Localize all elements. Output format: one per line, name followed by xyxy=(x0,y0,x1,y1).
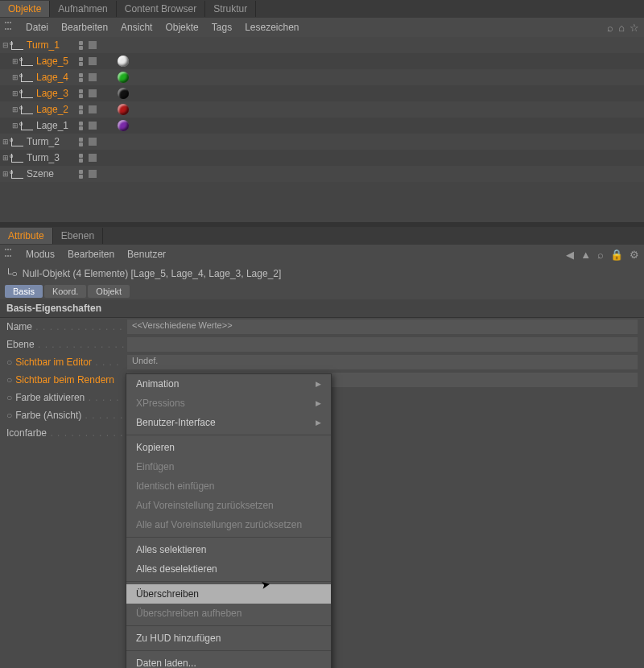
object-header: └○ Null-Objekt (4 Elemente) [Lage_5, Lag… xyxy=(0,264,644,283)
lock-icon[interactable]: 🔒 xyxy=(610,249,623,261)
grip-icon[interactable] xyxy=(5,22,11,33)
search-icon[interactable]: ⌕ xyxy=(597,249,604,261)
menu-bearbeiten[interactable]: Bearbeiten xyxy=(61,22,108,33)
visibility-toggle[interactable] xyxy=(79,73,87,82)
prop-row-ebene: Ebene . . . . . . . . . . . . . . . xyxy=(0,336,644,353)
home-icon[interactable]: ⌂ xyxy=(618,22,625,34)
menu-ansicht[interactable]: Ansicht xyxy=(121,22,152,33)
visibility-toggle[interactable] xyxy=(79,105,87,114)
cm-daten-laden[interactable]: Daten laden... xyxy=(126,654,331,668)
prop-label-farbe-ansicht: ○Farbe (Ansicht) . . . . . . xyxy=(6,410,127,421)
visibility-toggle[interactable] xyxy=(79,170,87,179)
menu-tags[interactable]: Tags xyxy=(212,22,232,33)
material-tag[interactable] xyxy=(118,88,129,99)
layer-tag[interactable] xyxy=(89,105,97,113)
tab-aufnahmen[interactable]: Aufnahmen xyxy=(50,1,116,17)
bookmark-icon[interactable]: ☆ xyxy=(630,22,639,34)
layer-tag[interactable] xyxy=(89,89,97,97)
tree-label[interactable]: Szene xyxy=(27,168,54,179)
tree-row-szene[interactable]: ⊞ Szene xyxy=(0,166,644,182)
tree-label[interactable]: Lage_3 xyxy=(36,88,68,99)
menu-modus[interactable]: Modus xyxy=(26,249,55,260)
subtab-koord[interactable]: Koord. xyxy=(44,285,86,298)
subtab-objekt[interactable]: Objekt xyxy=(88,285,130,298)
tree-label[interactable]: Lage_2 xyxy=(36,104,68,115)
menu-lesezeichen[interactable]: Lesezeichen xyxy=(245,22,299,33)
layer-tag[interactable] xyxy=(89,154,97,162)
tree-row-lage5[interactable]: ⊞ Lage_5 xyxy=(0,53,644,69)
cm-separator xyxy=(126,581,331,582)
prop-value-name[interactable]: <<Verschiedene Werte>> xyxy=(127,320,638,334)
tab-attribute[interactable]: Attribute xyxy=(0,228,53,244)
expander-icon[interactable]: ⊟ xyxy=(2,41,10,49)
cm-benutzer-interface[interactable]: Benutzer-Interface▶ xyxy=(126,413,331,432)
tree-row-lage4[interactable]: ⊞ Lage_4 xyxy=(0,69,644,85)
tree-label[interactable]: Turm_1 xyxy=(27,39,60,51)
menu-bearbeiten2[interactable]: Bearbeiten xyxy=(68,249,114,260)
menu-objekte[interactable]: Objekte xyxy=(165,22,198,33)
tab-objekte[interactable]: Objekte xyxy=(0,1,50,17)
tree-label[interactable]: Lage_5 xyxy=(36,56,68,67)
expander-icon[interactable]: ⊞ xyxy=(11,105,19,113)
cm-alles-deselektieren[interactable]: Alles deselektieren xyxy=(126,559,331,579)
cm-alle-voreinstellungen-zuruecksetzen[interactable]: Alle auf Voreinstellungen zurücksetzen xyxy=(126,515,331,534)
layer-tag[interactable] xyxy=(89,122,97,130)
tree-label[interactable]: Lage_4 xyxy=(36,72,68,83)
menu-benutzer[interactable]: Benutzer xyxy=(127,249,166,260)
tree-row-turm1[interactable]: ⊟ Turm_1 xyxy=(0,37,644,53)
subtab-basis[interactable]: Basis xyxy=(5,285,43,298)
cm-kopieren[interactable]: Kopieren xyxy=(126,438,331,457)
search-icon[interactable]: ⌕ xyxy=(607,22,613,34)
cm-alles-selektieren[interactable]: Alles selektieren xyxy=(126,540,331,559)
tab-content-browser[interactable]: Content Browser xyxy=(117,1,205,17)
expander-icon[interactable]: ⊞ xyxy=(2,170,10,178)
visibility-toggle[interactable] xyxy=(79,89,87,98)
layer-tag[interactable] xyxy=(89,138,97,146)
material-tag[interactable] xyxy=(118,120,129,131)
expander-icon[interactable]: ⊞ xyxy=(2,154,10,162)
layer-tag[interactable] xyxy=(89,57,97,65)
tab-struktur[interactable]: Struktur xyxy=(205,1,256,17)
material-tag[interactable] xyxy=(118,56,129,67)
back-icon[interactable]: ◀ xyxy=(566,249,574,261)
layer-tag[interactable] xyxy=(89,41,97,49)
object-tree[interactable]: ⊟ Turm_1 ⊞ Lage_5 ⊞ Lage_4 ⊞ Lage_3 ⊞ La… xyxy=(0,37,644,222)
layer-tag[interactable] xyxy=(89,73,97,81)
cm-ueberschreiben[interactable]: Überschreiben xyxy=(126,584,331,604)
cm-identisch-einfuegen[interactable]: Identisch einfügen xyxy=(126,476,331,496)
cm-zu-hud-hinzufuegen[interactable]: Zu HUD hinzufügen xyxy=(126,629,331,648)
visibility-toggle[interactable] xyxy=(79,122,87,130)
expander-icon[interactable]: ⊞ xyxy=(2,138,10,146)
tab-ebenen[interactable]: Ebenen xyxy=(53,228,103,244)
visibility-toggle[interactable] xyxy=(79,41,87,50)
grip-icon[interactable] xyxy=(5,249,11,260)
expander-icon[interactable]: ⊞ xyxy=(11,89,19,97)
tree-label[interactable]: Turm_2 xyxy=(27,136,60,147)
visibility-toggle[interactable] xyxy=(79,138,87,146)
cm-ueberschreiben-aufheben[interactable]: Überschreiben aufheben xyxy=(126,604,331,623)
layer-tag[interactable] xyxy=(89,170,97,178)
material-tag[interactable] xyxy=(118,104,129,115)
expander-icon[interactable]: ⊞ xyxy=(11,73,19,81)
cm-voreinstellung-zuruecksetzen[interactable]: Auf Voreinstellung zurücksetzen xyxy=(126,496,331,515)
cm-xpressions[interactable]: XPressions▶ xyxy=(126,394,331,413)
tree-row-turm3[interactable]: ⊞ Turm_3 xyxy=(0,150,644,166)
tree-label[interactable]: Lage_1 xyxy=(36,120,68,131)
cm-einfuegen[interactable]: Einfügen xyxy=(126,457,331,476)
menu-datei[interactable]: Datei xyxy=(26,22,48,33)
tree-row-turm2[interactable]: ⊞ Turm_2 xyxy=(0,134,644,150)
visibility-toggle[interactable] xyxy=(79,154,87,163)
prop-value-ebene[interactable] xyxy=(127,337,638,352)
expander-icon[interactable]: ⊞ xyxy=(11,57,19,65)
gear-icon[interactable]: ⚙ xyxy=(630,249,639,261)
tree-row-lage3[interactable]: ⊞ Lage_3 xyxy=(0,85,644,101)
material-tag[interactable] xyxy=(118,72,129,83)
visibility-toggle[interactable] xyxy=(79,57,87,66)
cm-animation[interactable]: Animation▶ xyxy=(126,374,331,394)
prop-value-sichtbar-editor[interactable]: Undef. xyxy=(127,355,638,369)
tree-row-lage2[interactable]: ⊞ Lage_2 xyxy=(0,101,644,118)
tree-label[interactable]: Turm_3 xyxy=(27,152,60,163)
up-icon[interactable]: ▲ xyxy=(580,249,591,261)
expander-icon[interactable]: ⊞ xyxy=(11,122,19,130)
tree-row-lage1[interactable]: ⊞ Lage_1 xyxy=(0,118,644,134)
